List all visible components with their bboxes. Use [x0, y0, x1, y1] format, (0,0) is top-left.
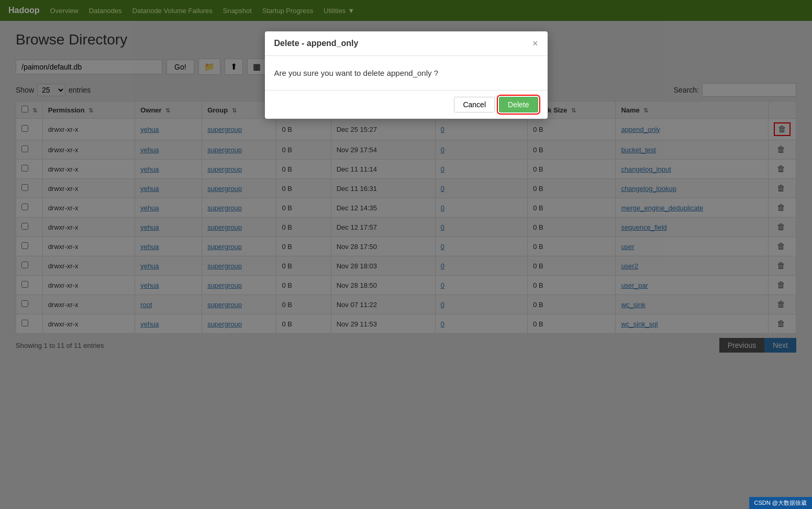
cancel-button[interactable]: Cancel — [454, 97, 495, 112]
modal-body: Are you sure you want to delete append_o… — [265, 56, 548, 91]
modal-close-button[interactable]: × — [532, 39, 538, 48]
modal-footer: Cancel Delete — [265, 91, 548, 119]
modal-header: Delete - append_only × — [265, 31, 548, 56]
watermark: CSDN @大数据徐葳 — [749, 497, 812, 509]
modal-title: Delete - append_only — [274, 39, 359, 48]
delete-button[interactable]: Delete — [499, 97, 538, 112]
modal-overlay: Delete - append_only × Are you sure you … — [0, 0, 812, 509]
modal-message: Are you sure you want to delete append_o… — [274, 69, 439, 77]
delete-modal: Delete - append_only × Are you sure you … — [265, 31, 548, 119]
